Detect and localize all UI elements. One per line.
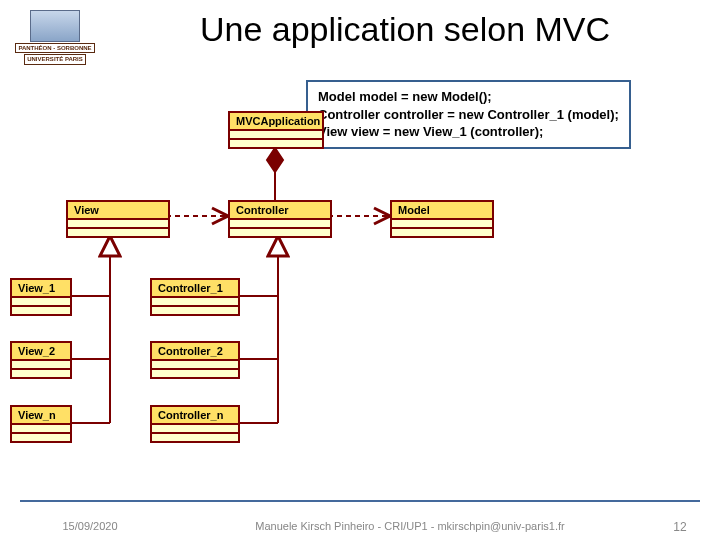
class-controller-n: Controller_n bbox=[150, 405, 240, 443]
class-view-1: View_1 bbox=[10, 278, 72, 316]
footer-author: Manuele Kirsch Pinheiro - CRI/UP1 - mkir… bbox=[180, 520, 640, 534]
class-controller-2: Controller_2 bbox=[150, 341, 240, 379]
class-name: View_n bbox=[12, 407, 70, 425]
university-logo: PANTHÉON - SORBONNE UNIVERSITÉ PARIS bbox=[10, 10, 100, 65]
class-name: View_2 bbox=[12, 343, 70, 361]
class-name: Controller bbox=[230, 202, 330, 220]
footer-divider bbox=[20, 500, 700, 502]
class-controller: Controller bbox=[228, 200, 332, 238]
logo-text2: UNIVERSITÉ PARIS bbox=[24, 54, 86, 65]
footer-date: 15/09/2020 bbox=[0, 520, 180, 534]
class-name: Controller_1 bbox=[152, 280, 238, 298]
class-mvcapplication: MVCApplication bbox=[228, 111, 324, 149]
logo-text1: PANTHÉON - SORBONNE bbox=[15, 43, 94, 54]
class-name: Controller_n bbox=[152, 407, 238, 425]
diagram-connectors: Controller dashed --> Model dashed --> bbox=[10, 78, 710, 438]
class-name: View_1 bbox=[12, 280, 70, 298]
class-controller-1: Controller_1 bbox=[150, 278, 240, 316]
class-name: Controller_2 bbox=[152, 343, 238, 361]
logo-image bbox=[30, 10, 80, 42]
page-number: 12 bbox=[640, 520, 720, 534]
class-view-2: View_2 bbox=[10, 341, 72, 379]
class-model: Model bbox=[390, 200, 494, 238]
class-name: Model bbox=[392, 202, 492, 220]
slide-title: Une application selon MVC bbox=[110, 10, 700, 49]
class-name: View bbox=[68, 202, 168, 220]
footer: 15/09/2020 Manuele Kirsch Pinheiro - CRI… bbox=[0, 520, 720, 534]
uml-diagram: Controller dashed --> Model dashed --> M… bbox=[10, 78, 710, 438]
class-name: MVCApplication bbox=[230, 113, 322, 131]
class-view: View bbox=[66, 200, 170, 238]
class-view-n: View_n bbox=[10, 405, 72, 443]
